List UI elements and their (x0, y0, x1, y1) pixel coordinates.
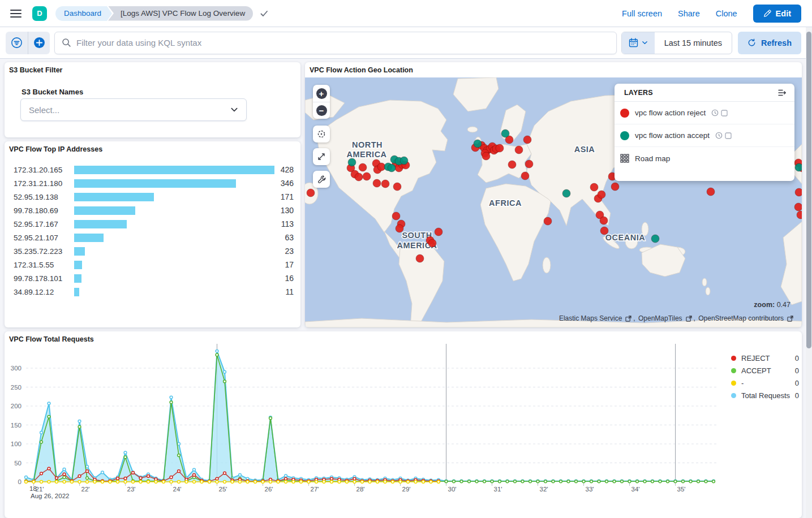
reject-point[interactable] (496, 144, 504, 152)
reject-point[interactable] (598, 191, 605, 198)
total-requests-chart[interactable]: 05010015020025030021'22'23'24'25'26'27'2… (5, 331, 802, 507)
breadcrumb: Dashboard [Logs AWS] VPC Flow Log Overvi… (55, 6, 253, 21)
ip-bar[interactable] (74, 179, 236, 188)
reject-point[interactable] (600, 217, 608, 225)
reject-point[interactable] (525, 160, 533, 168)
reject-point[interactable] (544, 217, 552, 225)
ip-bar[interactable] (74, 166, 274, 174)
share-button[interactable]: Share (678, 9, 700, 18)
accept-point[interactable] (474, 140, 482, 148)
ip-bar[interactable] (74, 288, 79, 296)
scrollbar-thumb[interactable] (806, 32, 811, 348)
reject-point[interactable] (392, 212, 400, 220)
reject-point[interactable] (373, 179, 381, 187)
s3-bucket-select[interactable]: Select... (20, 98, 247, 121)
reject-point[interactable] (307, 189, 315, 197)
layer-vpc-flow-action-reject[interactable]: vpc flow action reject (615, 102, 794, 124)
accept-point[interactable] (795, 163, 802, 171)
layer-label: vpc flow action reject (635, 109, 706, 117)
ip-row[interactable]: 52.95.17.167113 (14, 217, 294, 231)
map-attribution[interactable]: Elastic Maps Service, OpenMapTiles, Open… (559, 314, 794, 322)
world-map[interactable]: NORTHAMERICASOUTHAMERICAAFRICAASIAOCEANI… (305, 77, 802, 327)
ip-bar[interactable] (74, 261, 82, 269)
ip-row[interactable]: 172.31.5.5517 (14, 258, 294, 271)
accept-point[interactable] (501, 130, 509, 137)
reject-point[interactable] (508, 161, 516, 169)
edit-button[interactable]: Edit (753, 5, 801, 23)
kql-search-input[interactable] (76, 38, 609, 48)
accept-point[interactable] (651, 235, 659, 243)
breadcrumb-dashboard[interactable]: Dashboard (55, 6, 107, 21)
legend-swatch (731, 393, 736, 398)
ip-row[interactable]: 99.78.180.69130 (14, 204, 294, 217)
legend-item[interactable]: ACCEPT0 (731, 364, 799, 377)
accept-point[interactable] (400, 157, 408, 165)
ip-row[interactable]: 172.31.21.180346 (14, 176, 294, 190)
ip-row[interactable]: 52.95.21.10763 (14, 231, 294, 244)
accept-point[interactable] (348, 158, 356, 166)
scrollbar-track[interactable] (806, 27, 812, 518)
zoom-out-button[interactable]: − (313, 102, 330, 119)
filter-menu-icon[interactable] (6, 32, 28, 54)
reject-point[interactable] (482, 152, 490, 160)
ip-bar[interactable] (74, 220, 127, 228)
expand-icon[interactable] (313, 148, 330, 165)
reject-point[interactable] (363, 172, 371, 180)
legend-item[interactable]: -0 (731, 377, 799, 389)
reject-point[interactable] (381, 180, 389, 188)
attribution-link[interactable]: OpenMapTiles (638, 314, 682, 322)
legend-item[interactable]: Total Requests0 (731, 389, 799, 402)
ip-bar[interactable] (74, 274, 81, 283)
reject-point[interactable] (797, 211, 802, 219)
reject-point[interactable] (393, 183, 401, 191)
reject-point[interactable] (359, 163, 367, 171)
reject-point[interactable] (600, 227, 608, 235)
reject-point[interactable] (435, 228, 442, 236)
reject-point[interactable] (707, 188, 715, 196)
ip-row[interactable]: 99.78.178.10116 (14, 271, 294, 285)
reject-point[interactable] (611, 183, 619, 191)
reject-point[interactable] (521, 172, 529, 180)
reject-point[interactable] (523, 136, 531, 144)
add-filter-icon[interactable] (28, 32, 50, 54)
reject-point[interactable] (515, 146, 523, 154)
reject-point[interactable] (355, 173, 363, 181)
zoom-in-button[interactable]: + (313, 85, 330, 102)
reject-point[interactable] (590, 183, 598, 191)
attribution-link[interactable]: Elastic Maps Service (559, 314, 622, 322)
x-tick-label: 25' (219, 486, 227, 493)
ip-row[interactable]: 35.235.72.22323 (14, 244, 294, 258)
ip-row[interactable]: 52.95.19.138171 (14, 190, 294, 204)
full-screen-button[interactable]: Full screen (622, 9, 662, 18)
refresh-button[interactable]: Refresh (738, 32, 801, 54)
ip-row[interactable]: 34.89.12.1211 (14, 285, 294, 299)
menu-icon[interactable] (10, 10, 22, 18)
calendar-dropdown-button[interactable] (622, 32, 655, 54)
ip-bar[interactable] (74, 193, 154, 201)
kql-search-bar[interactable] (54, 32, 617, 54)
crosshair-icon[interactable] (313, 126, 330, 143)
legend-item[interactable]: REJECT0 (731, 352, 799, 364)
x-tick-label: 24' (173, 486, 182, 493)
reject-point[interactable] (794, 203, 802, 211)
accept-point[interactable] (388, 164, 396, 172)
reject-point[interactable] (416, 254, 424, 262)
clone-button[interactable]: Clone (716, 9, 737, 18)
attribution-link[interactable]: OpenStreetMap contributors (698, 314, 784, 322)
space-avatar[interactable]: D (32, 6, 47, 21)
breadcrumb-page-title[interactable]: [Logs AWS] VPC Flow Log Overview (108, 6, 253, 21)
accept-point[interactable] (562, 189, 570, 197)
time-range-button[interactable]: Last 15 minutes (655, 32, 732, 54)
layer-vpc-flow-action-accept[interactable]: vpc flow action accept (615, 124, 794, 147)
ip-row[interactable]: 172.31.20.165428 (14, 163, 294, 176)
ip-bar[interactable] (74, 247, 85, 256)
reject-point[interactable] (396, 225, 403, 232)
collapse-panel-icon[interactable] (777, 88, 787, 97)
ip-bar[interactable] (74, 234, 104, 242)
layer-road-map[interactable]: Road map (615, 147, 794, 170)
reject-point[interactable] (428, 239, 436, 247)
ip-bar[interactable] (74, 206, 135, 215)
wrench-icon[interactable] (313, 171, 330, 188)
reject-point[interactable] (795, 188, 802, 196)
time-picker: Last 15 minutes (621, 32, 732, 54)
